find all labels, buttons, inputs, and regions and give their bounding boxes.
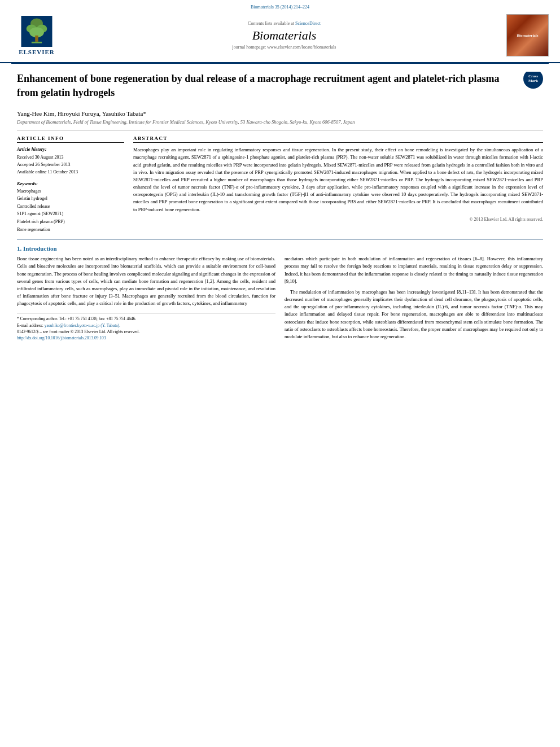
doi-text: http://dx.doi.org/10.1016/j.biomaterials…: [17, 335, 275, 341]
body-col1-text: Bone tissue engineering has been noted a…: [17, 255, 275, 307]
article-info-col: Article Info Article history: Received 3…: [17, 136, 124, 233]
intro-para-1: Bone tissue engineering has been noted a…: [17, 255, 275, 307]
keyword-3: Controlled release: [17, 203, 124, 211]
email-footnote: E-mail address: yasuhiko@frontier.kyoto-…: [17, 322, 275, 329]
journal-homepage: journal homepage: www.elsevier.com/locat…: [62, 45, 506, 50]
copyright-line: © 2013 Elsevier Ltd. All rights reserved…: [133, 217, 543, 222]
svg-rect-5: [35, 35, 38, 41]
article-content: CrossMark Enhancement of bone regenerati…: [0, 64, 560, 352]
elsevier-logo: ELSEVIER: [11, 16, 62, 55]
header-content: ELSEVIER Contents lists available at Sci…: [11, 11, 549, 60]
article-info-heading: Article Info: [17, 136, 124, 143]
crossmark-badge: CrossMark: [523, 72, 543, 89]
body-col-2: mediators which participate in both modu…: [285, 255, 543, 344]
keyword-1: Macrophages: [17, 187, 124, 195]
abstract-col: Abstract Macrophages play an important r…: [133, 136, 543, 233]
received-date: Received 30 August 2013: [17, 154, 124, 161]
email-label: E-mail address:: [17, 323, 43, 328]
article-dates: Received 30 August 2013 Accepted 26 Sept…: [17, 154, 124, 176]
elsevier-brand-text: ELSEVIER: [19, 49, 55, 55]
journal-url-line: Biomaterials 35 (2014) 214–224: [11, 5, 549, 10]
keyword-6: Bone regeneration: [17, 226, 124, 234]
abstract-heading: Abstract: [133, 136, 543, 143]
corresponding-footnote: * Corresponding author. Tel.: +81 75 751…: [17, 316, 275, 322]
keyword-4: S1P1 agonist (SEW2871): [17, 210, 124, 218]
journal-title: Biomaterials: [62, 28, 506, 43]
accepted-date: Accepted 26 September 2013: [17, 161, 124, 169]
keywords-label: Keywords:: [17, 181, 124, 186]
article-title: Enhancement of bone regeneration by dual…: [17, 72, 543, 100]
journal-citation: Biomaterials 35 (2014) 214–224: [251, 5, 309, 10]
keywords-list: Macrophages Gelatin hydrogel Controlled …: [17, 187, 124, 234]
email-value[interactable]: yasuhiko@frontier.kyoto-u.ac.jp (Y. Taba…: [45, 323, 120, 328]
page-wrapper: Biomaterials 35 (2014) 214–224 ELSEVIER: [0, 0, 560, 747]
history-label: Article history:: [17, 146, 124, 152]
keyword-5: Platelet rich plasma (PRP): [17, 218, 124, 226]
journal-thumbnail: Biomaterials: [506, 14, 549, 56]
issn-text: 0142-9612/$ – see front matter © 2013 El…: [17, 329, 275, 335]
body-two-col: Bone tissue engineering has been noted a…: [17, 255, 543, 344]
intro-heading: 1. Introduction: [17, 245, 543, 252]
thumb-label: Biomaterials: [517, 33, 538, 38]
body-col-1: Bone tissue engineering has been noted a…: [17, 255, 275, 344]
available-date: Available online 11 October 2013: [17, 169, 124, 176]
abstract-text: Macrophages play an important role in re…: [133, 146, 543, 213]
body-col2-text: mediators which participate in both modu…: [285, 255, 543, 340]
doi-link[interactable]: http://dx.doi.org/10.1016/j.biomaterials…: [17, 335, 106, 340]
section-divider: [17, 239, 543, 239]
svg-rect-6: [32, 41, 42, 43]
footnote-area: * Corresponding author. Tel.: +81 75 751…: [17, 313, 275, 341]
info-abstract-cols: Article Info Article history: Received 3…: [17, 136, 543, 233]
journal-center: Contents lists available at ScienceDirec…: [62, 21, 506, 50]
elsevier-tree-icon: [20, 16, 54, 47]
divider-1: [17, 130, 543, 131]
authors-line: Yang-Hee Kim, Hiroyuki Furuya, Yasuhiko …: [17, 110, 543, 117]
intro-para-2: mediators which participate in both modu…: [285, 255, 543, 285]
journal-header: Biomaterials 35 (2014) 214–224 ELSEVIER: [0, 0, 560, 63]
contents-line: Contents lists available at ScienceDirec…: [62, 21, 506, 26]
title-area: CrossMark Enhancement of bone regenerati…: [17, 72, 543, 106]
author-affiliation: Department of Biomaterials, Field of Tis…: [17, 119, 543, 126]
keyword-2: Gelatin hydrogel: [17, 195, 124, 203]
sciencedirect-link[interactable]: ScienceDirect: [295, 21, 321, 26]
intro-para-3: The modulation of inflammation by macrop…: [285, 289, 543, 340]
contents-label: Contents lists available at: [248, 21, 294, 26]
